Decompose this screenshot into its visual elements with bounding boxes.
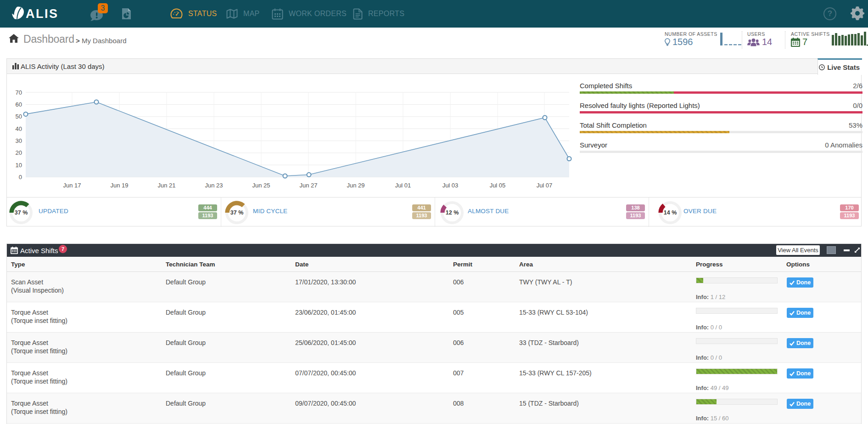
- svg-text:Jun 27: Jun 27: [299, 182, 317, 189]
- svg-text:Jun 17: Jun 17: [63, 182, 81, 189]
- svg-text:0: 0: [19, 174, 22, 181]
- svg-text:10: 10: [16, 162, 22, 169]
- svg-text:Jun 29: Jun 29: [347, 182, 364, 189]
- svg-text:40: 40: [16, 125, 22, 132]
- svg-text:30: 30: [16, 137, 22, 144]
- svg-text:Jun 23: Jun 23: [205, 182, 223, 189]
- svg-text:Jun 25: Jun 25: [252, 182, 270, 189]
- svg-text:Jul 05: Jul 05: [490, 182, 506, 189]
- svg-text:60: 60: [16, 101, 22, 108]
- svg-text:Jul 07: Jul 07: [537, 182, 553, 189]
- svg-text:Jun 21: Jun 21: [157, 182, 175, 189]
- svg-text:Jul 01: Jul 01: [395, 182, 411, 189]
- svg-text:50: 50: [16, 113, 22, 120]
- svg-text:Jun 19: Jun 19: [110, 182, 128, 189]
- svg-text:20: 20: [16, 149, 22, 156]
- svg-text:Jul 03: Jul 03: [442, 182, 459, 189]
- svg-text:70: 70: [16, 89, 22, 96]
